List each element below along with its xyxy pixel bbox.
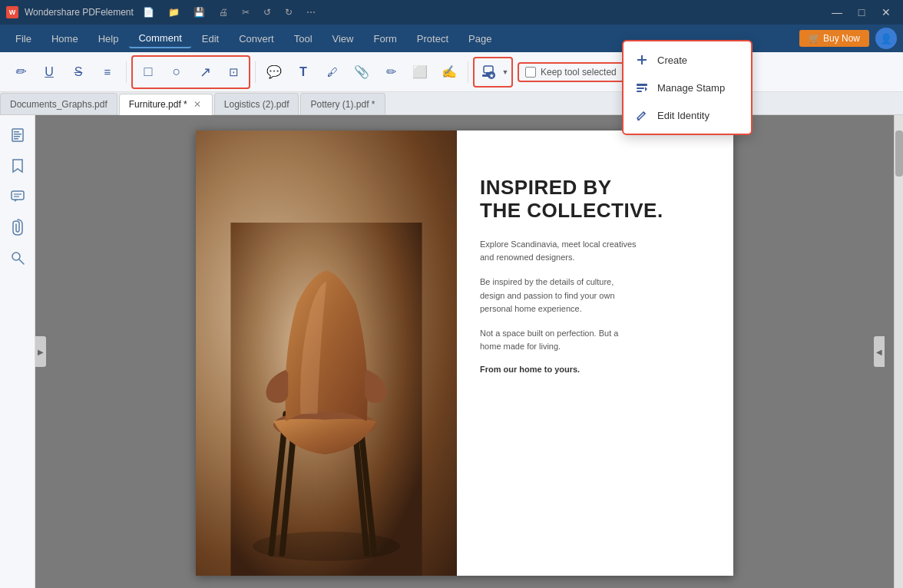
pdf-body2: Be inspired by the details of culture, d… [480,276,710,316]
circle-tool[interactable]: ○ [163,58,190,86]
maximize-btn[interactable]: □ [851,5,872,20]
svg-rect-18 [14,136,20,137]
menu-help[interactable]: Help [89,30,128,48]
collapse-right-arrow[interactable]: ◀ [874,336,885,367]
callout-tool[interactable]: 💬 [260,58,288,86]
more-icon[interactable]: ⋯ [303,5,319,19]
svg-rect-17 [14,134,22,135]
main-area: ▶ [0,115,903,588]
minimize-btn[interactable]: — [826,5,848,20]
pdf-body3: Not a space built on perfection. But a h… [480,327,710,354]
print-icon[interactable]: 🖨 [216,5,231,19]
area-tool[interactable]: ⊡ [220,58,247,86]
pdf-text-section: INSPIRED BY THE COLLECTIVE. Explore Scan… [457,130,733,576]
collapse-left-arrow[interactable]: ▶ [35,336,46,367]
menu-view[interactable]: View [323,30,363,48]
documents-tab-label: Documents_Graphs.pdf [10,99,108,110]
pdf-viewer[interactable]: INSPIRED BY THE COLLECTIVE. Explore Scan… [35,115,894,588]
svg-rect-19 [14,138,18,140]
bookmark-sidebar-icon[interactable] [4,152,31,180]
create-stamp-item[interactable]: Create [624,46,751,74]
stamp-dropdown-menu: Create Manage Stamp Edit Identity [622,40,752,135]
svg-line-24 [19,259,24,264]
keep-tool-label: Keep tool selected [541,67,617,78]
strikethrough-tool[interactable]: S [64,58,92,86]
manage-stamp-item[interactable]: Manage Stamp [624,74,751,101]
title-bar: W Wondershare PDFelement 📄 📁 💾 🖨 ✂ ↺ ↻ ⋯… [0,0,903,25]
attachment-sidebar-icon[interactable] [4,213,31,241]
close-btn[interactable]: ✕ [875,5,897,20]
menu-page[interactable]: Page [459,30,501,48]
stamp-dropdown-arrow[interactable]: ▼ [501,60,510,84]
text-box-tool[interactable]: T [289,58,317,86]
attachment-tool[interactable]: 📎 [348,58,375,86]
furniture-tab-close[interactable]: ✕ [192,99,203,110]
pdf-page: INSPIRED BY THE COLLECTIVE. Explore Scan… [196,130,733,576]
save-icon[interactable]: 💾 [190,5,208,19]
keep-tool-checkbox[interactable] [525,67,536,78]
pdf-headline: INSPIRED BY THE COLLECTIVE. [480,177,710,223]
right-scrollbar[interactable] [894,115,903,588]
file-icon[interactable]: 📄 [140,5,157,19]
headline-line1: INSPIRED BY [480,177,710,200]
arrow-tool[interactable]: ↗ [191,58,219,86]
menu-protect[interactable]: Protect [408,30,458,48]
headline-line2: THE COLLECTIVE. [480,200,710,223]
cart-icon: 🛒 [809,33,820,44]
highlight-tool[interactable]: ✏ [6,58,34,86]
menu-comment[interactable]: Comment [129,29,190,48]
menu-bar: File Home Help Comment Edit Convert Tool… [0,25,903,52]
signature-tool[interactable]: ✍ [435,58,463,86]
user-avatar[interactable]: 👤 [875,28,897,49]
redo-btn[interactable]: ↻ [282,5,296,19]
furniture-tab[interactable]: Furniture.pdf * ✕ [119,94,213,115]
search-sidebar-icon[interactable] [4,244,31,272]
pottery-tab[interactable]: Pottery (1).pdf * [300,93,385,114]
stamp-button[interactable]: ★ ▼ [473,57,513,88]
pages-sidebar-icon[interactable] [4,121,31,149]
pdf-body1: Explore Scandinavia, meet local creative… [480,238,710,265]
menu-convert[interactable]: Convert [230,30,283,48]
manage-stamp-label: Manage Stamp [657,82,725,94]
tabs-bar: Documents_Graphs.pdf Furniture.pdf * ✕ L… [0,92,903,115]
chair-illustration [227,223,426,576]
edit-identity-item[interactable]: Edit Identity [624,101,751,129]
shape-tools-group: □ ○ ↗ ⊡ [131,55,250,89]
menu-home[interactable]: Home [42,30,88,48]
documents-tab[interactable]: Documents_Graphs.pdf [0,93,117,114]
scrollbar-thumb[interactable] [895,130,903,177]
pencil-tool[interactable]: ✏ [377,58,405,86]
svg-rect-20 [12,191,24,200]
furniture-tab-label: Furniture.pdf * [129,99,187,110]
svg-rect-9 [637,84,647,86]
buy-now-button[interactable]: 🛒 Buy Now [799,30,869,47]
typewriter-tool[interactable]: 🖋 [319,58,346,86]
underline-tool[interactable]: U [35,58,63,86]
keep-tool-selected-area[interactable]: Keep tool selected [518,62,624,82]
pottery-tab-label: Pottery (1).pdf * [310,99,375,110]
edit-identity-icon [634,107,650,123]
app-logo: W [6,6,18,18]
scissors-icon[interactable]: ✂ [239,5,253,19]
divider-2 [255,61,256,83]
rectangle-tool[interactable]: □ [134,58,162,86]
create-label: Create [657,55,687,66]
folder-icon[interactable]: 📁 [165,5,183,19]
svg-marker-12 [645,87,647,91]
menu-edit[interactable]: Edit [193,30,228,48]
undo-btn[interactable]: ↺ [260,5,274,19]
comment-sidebar-icon[interactable] [4,183,31,210]
text-comment-tool[interactable]: ≡ [94,58,121,86]
menu-file[interactable]: File [6,30,41,48]
title-bar-left: W Wondershare PDFelement 📄 📁 💾 🖨 ✂ ↺ ↻ ⋯ [6,5,319,19]
window-controls: — □ ✕ [826,5,897,20]
manage-stamp-icon [634,80,650,95]
logistics-tab[interactable]: Logistics (2).pdf [214,93,299,114]
svg-line-13 [643,112,645,114]
eraser-tool[interactable]: ⬜ [406,58,434,86]
menu-form[interactable]: Form [365,30,406,48]
menu-tool[interactable]: Tool [285,30,322,48]
toolbar: ✏ U S ≡ □ ○ ↗ ⊡ 💬 T 🖋 📎 ✏ ⬜ ✍ ★ ▼ Kee [0,52,903,92]
pdf-body4: From our home to yours. [480,365,710,374]
edit-identity-label: Edit Identity [657,110,710,121]
